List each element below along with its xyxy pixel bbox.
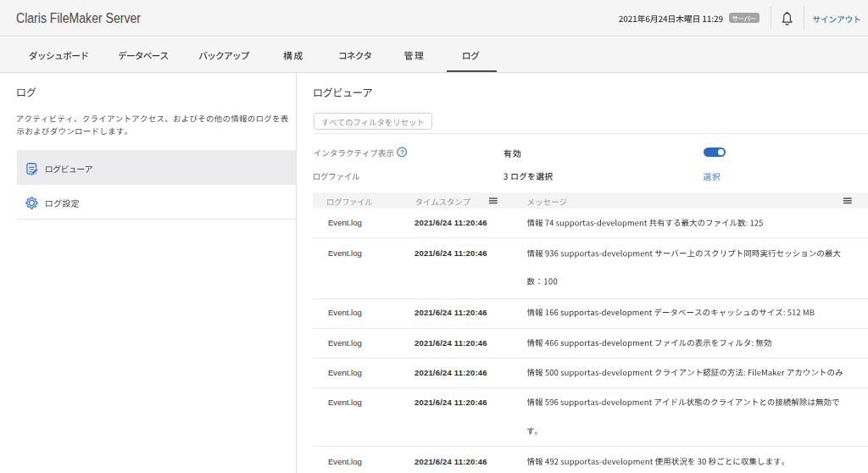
svg-text:2021/6/24 11:20:46: 2021/6/24 11:20:46 <box>415 457 487 466</box>
svg-text:Event.log: Event.log <box>328 398 362 407</box>
svg-text:Event.log: Event.log <box>328 338 362 348</box>
svg-text:Event.log: Event.log <box>328 368 362 377</box>
svg-text:2021/6/24 11:20:46: 2021/6/24 11:20:46 <box>415 308 487 317</box>
svg-text:?: ? <box>400 148 404 156</box>
svg-text:Event.log: Event.log <box>328 457 362 466</box>
svg-text:Event.log: Event.log <box>328 308 362 317</box>
svg-text:Event.log: Event.log <box>328 248 362 258</box>
svg-text:2021/6/24 11:20:46: 2021/6/24 11:20:46 <box>415 368 487 377</box>
svg-text:2021/6/24 11:20:46: 2021/6/24 11:20:46 <box>415 248 487 258</box>
svg-text:2021/6/24 11:20:46: 2021/6/24 11:20:46 <box>415 398 487 407</box>
svg-text:Claris FileMaker Server: Claris FileMaker Server <box>16 9 141 26</box>
svg-text:2021/6/24 11:20:46: 2021/6/24 11:20:46 <box>415 338 487 348</box>
svg-text:2021/6/24 11:20:46: 2021/6/24 11:20:46 <box>415 218 487 227</box>
svg-text:Event.log: Event.log <box>328 218 362 227</box>
